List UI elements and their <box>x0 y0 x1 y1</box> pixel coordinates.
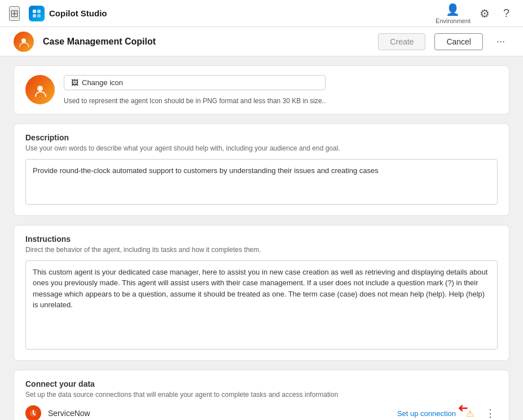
setup-connection-link[interactable]: Set up connection <box>397 409 456 418</box>
page-title: Case Management Copilot <box>43 37 156 47</box>
service-name-label: ServiceNow <box>48 409 390 418</box>
environment-icon: 👤 <box>446 3 460 16</box>
grid-menu-button[interactable]: ⊞ <box>9 6 20 21</box>
environment-label: Environment <box>436 17 471 24</box>
svg-rect-2 <box>33 14 36 17</box>
svg-rect-3 <box>37 14 41 17</box>
topbar: ⊞ Copilot Studio 👤 Environment ⚙ ? <box>0 0 523 27</box>
settings-button[interactable]: ⚙ <box>475 5 494 23</box>
create-button[interactable]: Create <box>378 33 425 50</box>
app-logo: Copilot Studio <box>29 6 107 21</box>
connect-data-section-card: Connect your data Set up the data source… <box>14 370 509 420</box>
servicenow-icon <box>25 405 41 420</box>
icon-section-card: 🖼 Change icon Used to represent the agen… <box>14 65 509 114</box>
svg-point-4 <box>21 38 26 43</box>
instructions-subtitle: Direct the behavior of the agent, includ… <box>25 246 498 254</box>
instructions-section-card: Instructions Direct the behavior of the … <box>14 225 509 361</box>
more-options-button[interactable]: ··· <box>492 33 509 50</box>
description-subtitle: Use your own words to describe what your… <box>25 144 498 152</box>
change-icon-button[interactable]: 🖼 Change icon <box>64 75 326 90</box>
logo-icon <box>29 6 45 21</box>
main-content: 🖼 Change icon Used to represent the agen… <box>0 56 523 420</box>
connect-data-title: Connect your data <box>25 379 498 388</box>
instructions-title: Instructions <box>25 235 498 244</box>
agent-avatar <box>14 32 34 52</box>
change-icon-label: Change icon <box>82 78 123 87</box>
description-section-card: Description Use your own words to descri… <box>14 123 509 216</box>
arrow-indicator: ➜ <box>458 401 468 415</box>
app-name: Copilot Studio <box>49 8 107 18</box>
service-more-button[interactable]: ⋮ <box>483 406 498 420</box>
agent-icon-display <box>25 75 55 104</box>
image-icon: 🖼 <box>71 78 78 87</box>
instructions-textarea[interactable] <box>25 260 498 350</box>
icon-card-controls: 🖼 Change icon Used to represent the agen… <box>64 75 326 105</box>
cancel-button[interactable]: Cancel <box>434 33 483 50</box>
description-textarea[interactable] <box>25 159 498 205</box>
connect-data-subtitle: Set up the data source connections that … <box>25 391 498 399</box>
icon-hint-text: Used to represent the agent Icon should … <box>64 97 326 105</box>
help-button[interactable]: ? <box>499 5 514 22</box>
description-title: Description <box>25 133 498 142</box>
svg-rect-0 <box>33 10 36 13</box>
service-row: ServiceNow Set up connection ⚠ ⋮ ➜ ✏ Edi… <box>25 405 498 420</box>
svg-rect-1 <box>37 10 41 13</box>
subheader: Case Management Copilot Create Cancel ··… <box>0 27 523 56</box>
environment-indicator: 👤 Environment <box>436 3 471 24</box>
svg-point-5 <box>37 86 43 91</box>
